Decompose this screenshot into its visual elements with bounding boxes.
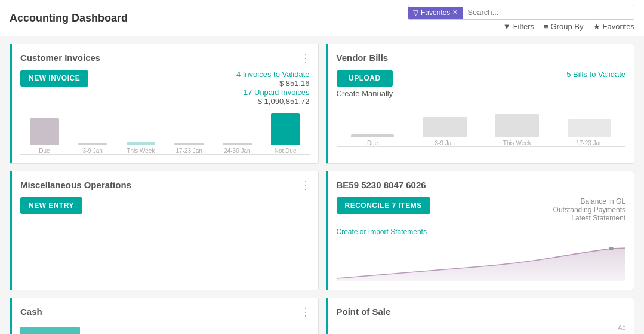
customer-invoices-card: Customer Invoices ⋮ NEW INVOICE 4 Invoic… <box>10 44 319 164</box>
search-tag: ▽ Favorites ✕ <box>408 7 463 19</box>
point-of-sale-title: Point of Sale <box>337 307 626 317</box>
svg-point-0 <box>609 247 613 250</box>
bar <box>423 117 467 137</box>
bar <box>223 143 251 145</box>
bar-label: 17-23 Jan <box>175 148 202 154</box>
new-invoice-button[interactable]: NEW INVOICE <box>20 70 88 87</box>
favorites-icon: ★ <box>593 22 600 31</box>
misc-operations-title: Miscellaneous Operations <box>20 180 310 190</box>
bar-group: This Week <box>117 113 165 154</box>
vendor-bills-actions: UPLOAD Create Manually <box>337 70 393 98</box>
bank-account-card: BE59 5230 8047 6026 RECONCILE 7 ITEMS Ba… <box>326 171 635 290</box>
unpaid-invoices-link[interactable]: 17 Unpaid Invoices <box>236 88 310 97</box>
bar-label: 3-9 Jan <box>82 148 102 154</box>
bar-label: Due <box>367 140 378 146</box>
vendor-bills-row: UPLOAD Create Manually 5 Bills to Valida… <box>337 70 626 98</box>
misc-operations-menu[interactable]: ⋮ <box>300 179 311 192</box>
cash-menu[interactable]: ⋮ <box>300 305 311 318</box>
bank-account-actions: RECONCILE 7 ITEMS Balance in GL Outstand… <box>337 197 626 222</box>
create-manually-link[interactable]: Create Manually <box>337 89 393 98</box>
invoice-amount-1: $ 851.16 <box>236 79 310 88</box>
bar-group: 24-30 Jan <box>213 113 261 154</box>
vendor-bills-card: Vendor Bills UPLOAD Create Manually 5 Bi… <box>326 44 635 164</box>
customer-invoices-menu[interactable]: ⋮ <box>300 51 311 65</box>
search-input[interactable] <box>463 5 634 19</box>
outstanding-payments-label: Outstanding Payments <box>553 206 625 214</box>
bar <box>174 143 203 145</box>
balance-gl-label: Balance in GL <box>553 197 625 206</box>
filter-icon: ▼ <box>503 22 511 31</box>
bar <box>78 143 107 145</box>
bar-label: 3-9 Jan <box>435 140 455 146</box>
cash-card: Cash ⋮ <box>10 298 319 334</box>
vendor-bills-chart: Due3-9 JanThis Week17-23 Jan <box>337 105 626 147</box>
bar-label: 24-30 Jan <box>224 148 250 154</box>
reconcile-button[interactable]: RECONCILE 7 ITEMS <box>337 197 430 214</box>
upload-button[interactable]: UPLOAD <box>337 70 393 87</box>
customer-invoices-row: NEW INVOICE 4 Invoices to Validate $ 851… <box>20 70 310 106</box>
latest-statement-label: Latest Statement <box>553 214 625 222</box>
bar-label: 17-23 Jan <box>576 140 602 146</box>
invoices-to-validate-link[interactable]: 4 Invoices to Validate <box>236 70 310 79</box>
bar <box>30 118 58 145</box>
bar-label: This Week <box>127 148 155 154</box>
bar <box>351 134 395 137</box>
favorites-button[interactable]: ★ Favorites <box>593 22 634 31</box>
filter-bar: ▼ Filters ≡ Group By ★ Favorites <box>503 22 634 31</box>
customer-invoices-title: Customer Invoices <box>20 53 310 63</box>
bar-group: This Week <box>481 105 553 146</box>
bar-group: Due <box>337 105 409 146</box>
customer-invoices-stats: 4 Invoices to Validate $ 851.16 17 Unpai… <box>236 70 310 106</box>
main-content: Customer Invoices ⋮ NEW INVOICE 4 Invoic… <box>0 36 644 334</box>
cash-title: Cash <box>20 307 310 317</box>
point-of-sale-card: Point of Sale Ac <box>326 298 635 334</box>
page-title: Accounting Dashboard <box>10 12 128 24</box>
customer-invoices-actions: NEW INVOICE <box>20 70 88 87</box>
filters-button[interactable]: ▼ Filters <box>503 22 534 31</box>
group-by-button[interactable]: ≡ Group By <box>544 22 584 31</box>
bills-to-validate-link[interactable]: 5 Bills to Validate <box>566 70 625 79</box>
point-of-sale-footer: Ac <box>337 324 626 331</box>
bar-group: 3-9 Jan <box>409 105 481 146</box>
cash-button[interactable] <box>20 327 80 334</box>
bar <box>495 114 539 137</box>
create-import-statements-link[interactable]: Create or Import Statements <box>337 228 427 236</box>
bar-group: Not Due <box>261 113 310 154</box>
bar-group: 3-9 Jan <box>69 113 117 154</box>
filters-label: Filters <box>513 22 534 31</box>
bar-group: 17-23 Jan <box>553 105 625 146</box>
bar-group: 17-23 Jan <box>165 113 213 154</box>
new-entry-button[interactable]: NEW ENTRY <box>20 197 82 214</box>
misc-operations-card: Miscellaneous Operations ⋮ NEW ENTRY <box>10 171 319 290</box>
bar-label: Not Due <box>275 148 297 154</box>
bar-group: Due <box>20 113 69 154</box>
bar-label: This Week <box>503 140 531 146</box>
bar <box>568 119 611 137</box>
invoice-amount-2: $ 1,090,851.72 <box>236 97 310 106</box>
bar-label: Due <box>39 148 50 154</box>
bar <box>271 113 300 145</box>
bank-account-links: Balance in GL Outstanding Payments Lates… <box>553 197 625 222</box>
close-tag-button[interactable]: ✕ <box>452 8 458 16</box>
vendor-bills-stats: 5 Bills to Validate <box>566 70 625 79</box>
customer-invoices-chart: Due3-9 JanThis Week17-23 Jan24-30 JanNot… <box>20 113 310 155</box>
favorites-label: Favorites <box>603 22 634 31</box>
header-controls: ▽ Favorites ✕ ▼ Filters ≡ Group By ★ Fav… <box>408 5 634 31</box>
group-by-label: Group By <box>551 22 584 31</box>
bank-chart <box>337 246 626 281</box>
group-by-icon: ≡ <box>544 22 549 31</box>
vendor-bills-title: Vendor Bills <box>337 53 626 63</box>
search-bar[interactable]: ▽ Favorites ✕ <box>408 5 634 20</box>
bar <box>127 142 155 145</box>
bank-account-title: BE59 5230 8047 6026 <box>337 180 626 190</box>
tag-label: Favorites <box>421 8 450 17</box>
header: Accounting Dashboard ▽ Favorites ✕ ▼ Fil… <box>0 0 644 36</box>
funnel-icon: ▽ <box>413 8 418 17</box>
